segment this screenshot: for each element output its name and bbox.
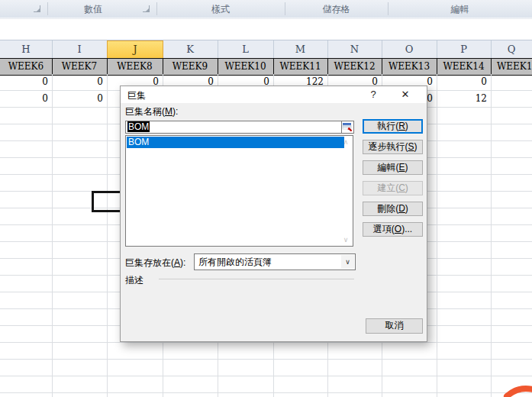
column-header[interactable]: K — [163, 40, 218, 58]
week-header-row: WEEK6 WEEK7 WEEK8 WEEK9 WEEK10 WEEK11 WE… — [0, 58, 532, 76]
orange-annotation-stroke — [488, 378, 532, 397]
week-cell[interactable]: WEEK14 — [437, 59, 492, 74]
ribbon-group-number[interactable]: 數值 — [47, 3, 139, 15]
week-cell[interactable]: WEEK1 — [491, 59, 532, 74]
range-selector-button[interactable] — [341, 121, 354, 134]
week-cell[interactable]: WEEK7 — [52, 59, 108, 74]
cell[interactable]: 0 — [52, 92, 107, 105]
column-header-row: H I J K L M N O P Q — [0, 40, 532, 60]
column-header[interactable]: I — [52, 40, 108, 58]
column-header[interactable]: M — [273, 40, 328, 58]
options-button[interactable]: 選項(O)... — [363, 222, 423, 237]
week-cell[interactable]: WEEK10 — [218, 59, 274, 74]
description-separator — [159, 279, 354, 279]
dialog-launcher-icon[interactable] — [34, 5, 40, 12]
column-header[interactable]: L — [218, 40, 274, 58]
chevron-down-icon[interactable]: ∨ — [341, 255, 354, 269]
week-cell[interactable]: WEEK8 — [107, 59, 163, 74]
week-cell[interactable]: WEEK13 — [382, 59, 437, 74]
cell[interactable]: 0 — [52, 76, 107, 88]
gridline — [491, 74, 492, 397]
cancel-button[interactable]: 取消 — [366, 318, 423, 334]
help-icon[interactable]: ? — [363, 88, 383, 102]
week-cell[interactable]: WEEK9 — [163, 59, 218, 74]
gridline — [52, 74, 53, 397]
cell[interactable]: 12 — [437, 92, 491, 105]
ribbon-group-styles[interactable]: 樣式 — [156, 3, 285, 15]
selected-text: BOM — [127, 121, 150, 132]
week-cell[interactable]: WEEK6 — [0, 59, 53, 74]
gridline — [437, 74, 437, 397]
description-label: 描述 — [125, 274, 143, 287]
formula-bar-area — [0, 20, 532, 40]
macro-name-input[interactable]: BOM — [125, 121, 343, 134]
cell[interactable]: 0 — [0, 92, 52, 105]
run-button[interactable]: 執行(R) — [363, 119, 423, 134]
ribbon-strip: 數值 樣式 儲存格 編輯 — [0, 0, 532, 18]
column-header[interactable]: O — [382, 40, 437, 58]
week-cell[interactable]: WEEK11 — [273, 59, 328, 74]
dialog-title: 巨集 — [127, 89, 146, 102]
range-selector-icon — [342, 121, 353, 133]
cell[interactable]: 0 — [437, 76, 491, 88]
week-cell[interactable]: WEEK12 — [327, 59, 382, 74]
dialog-titlebar[interactable]: 巨集 ? ✕ — [121, 86, 427, 103]
column-header[interactable]: Q — [491, 40, 532, 58]
macros-in-dropdown[interactable]: 所有開啟的活頁簿 ∨ — [194, 253, 356, 270]
dialog-launcher-icon[interactable] — [143, 5, 150, 12]
column-header[interactable]: N — [327, 40, 382, 58]
cell[interactable]: 0 — [0, 76, 52, 88]
macros-in-label: 巨集存放在(A): — [125, 257, 185, 270]
step-into-button[interactable]: 逐步執行(S) — [363, 140, 423, 154]
macro-list-item-selected[interactable]: BOM — [127, 137, 344, 148]
delete-button[interactable]: 刪除(D) — [363, 202, 423, 216]
macro-list[interactable]: BOM ∧ ∨ — [125, 135, 353, 247]
dropdown-value: 所有開啟的活頁簿 — [195, 257, 272, 267]
column-header[interactable]: H — [0, 40, 53, 58]
gridline — [107, 74, 108, 397]
ribbon-group-cells[interactable]: 儲存格 — [285, 3, 388, 15]
ribbon-group-editing[interactable]: 編輯 — [388, 3, 532, 15]
close-icon[interactable]: ✕ — [395, 88, 415, 102]
column-header[interactable]: P — [437, 40, 492, 58]
create-button: 建立(C) — [363, 181, 423, 195]
macro-name-label: 巨集名稱(M): — [125, 105, 178, 118]
scroll-down-icon[interactable]: ∨ — [341, 236, 350, 244]
edit-button[interactable]: 編輯(E) — [363, 160, 423, 175]
macro-dialog: 巨集 ? ✕ 巨集名稱(M): BOM BOM ∧ ∨ 巨集存放在(A): 所有… — [120, 86, 427, 342]
column-header-selected[interactable]: J — [107, 40, 163, 59]
scroll-up-icon[interactable]: ∧ — [341, 138, 350, 146]
